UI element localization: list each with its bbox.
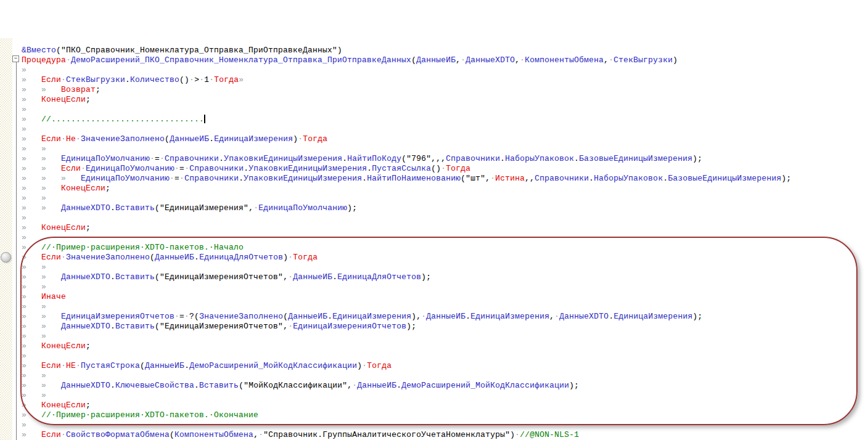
collapse-toggle-icon[interactable]: − [12, 55, 19, 62]
code-token: ДанныеИБ [416, 55, 456, 65]
breakpoint-margin[interactable] [0, 38, 12, 440]
code-line[interactable]: » [22, 65, 791, 75]
code-line[interactable]: » » » ЕдиницаПоУмолчанию·=·Справочники.У… [22, 174, 791, 184]
code-token: ЕдиницаДляОтчетов [337, 272, 421, 282]
code-line[interactable]: » » ДанныеXDTO.Вставить("ЕдиницаИзмерени… [22, 322, 791, 332]
code-line[interactable]: » » [22, 194, 791, 203]
code-line[interactable]: » » [22, 144, 791, 154]
code-token: » [22, 184, 41, 193]
code-token: » [41, 154, 61, 163]
code-token: » [41, 302, 46, 311]
code-token: » [22, 164, 41, 173]
code-line[interactable]: » [22, 105, 791, 115]
code-line[interactable]: » //............................... [22, 115, 791, 124]
code-area[interactable]: &Вместо("ПКО_Справочник_Номенклатура_Отп… [22, 46, 791, 440]
code-line[interactable]: » Если·НЕ·ПустаяСтрока(ДанныеИБ.ДемоРасш… [22, 361, 791, 371]
code-line[interactable]: » » ЕдиницаИзмеренияОтчетов·=·?(Значение… [22, 312, 791, 322]
code-line[interactable]: » Если·ЗначениеЗаполнено(ДанныеИБ.Единиц… [22, 253, 791, 263]
code-token: · [209, 75, 214, 84]
code-token: "796" [406, 154, 431, 163]
code-line[interactable]: » » ДанныеXDTO.Вставить("ЕдиницаИзмерени… [22, 203, 791, 213]
code-token: Истина [495, 174, 525, 183]
code-token: » [22, 75, 41, 84]
code-line[interactable]: » » ЕдиницаПоУмолчанию·=·Справочники.Упа… [22, 154, 791, 164]
code-token: · [288, 322, 293, 331]
code-token: ( [239, 381, 244, 390]
code-line[interactable]: » » [22, 391, 791, 401]
code-token: ) [283, 253, 288, 262]
code-line[interactable]: » » [22, 263, 791, 272]
code-line[interactable]: » » [22, 282, 791, 292]
code-token: . [110, 272, 115, 282]
code-token: НЕ [66, 361, 76, 370]
code-token: БазовыеЕдиницыИзмерения [668, 174, 781, 183]
code-token: » [22, 65, 27, 75]
code-token: , [347, 381, 352, 390]
code-token: "ЕдиницаИзмеренияОтчетов" [160, 322, 283, 331]
code-token: ДанныеИБ [426, 312, 465, 321]
code-token: » [22, 272, 41, 282]
code-line[interactable]: » //·Пример·расширения·XDTO-пакетов.·Нач… [22, 243, 791, 253]
code-token: ЕдиницаИзмерения [613, 312, 692, 321]
code-token: ЕдиницаДляОтчетов [199, 253, 283, 262]
code-token: » [22, 322, 41, 331]
code-line[interactable]: » КонецЕсли; [22, 95, 791, 105]
code-token: » [22, 134, 41, 144]
code-line[interactable]: » Если·СтекВыгрузки.Количество()·>·1·Тог… [22, 75, 791, 85]
code-line[interactable]: » [22, 124, 791, 134]
code-token: . [110, 322, 115, 331]
code-line[interactable]: Процедура·ДемоРасширений_ПКО_Справочник_… [22, 55, 791, 65]
code-token: » [22, 124, 27, 134]
code-token: » [22, 401, 41, 410]
code-token: » [22, 144, 41, 153]
code-line[interactable]: » Если·СвойствоФорматаОбмена(КомпонентыО… [22, 430, 791, 440]
code-token: · [66, 55, 71, 65]
code-line[interactable]: » » ДанныеXDTO.КлючевыеСвойства.Вставить… [22, 381, 791, 391]
code-token: . [110, 203, 115, 213]
code-line[interactable]: » //·Пример·расширения·XDTO-пакетов.·Око… [22, 410, 791, 420]
code-line[interactable]: » Если·Не·ЗначениеЗаполнено(ДанныеИБ.Еди… [22, 134, 791, 144]
code-line[interactable]: » » КонецЕсли; [22, 184, 791, 194]
code-line[interactable]: » [22, 420, 791, 430]
code-line[interactable]: » [22, 351, 791, 361]
code-token: "ЕдиницаИзмерения" [160, 203, 248, 213]
code-token: · [288, 253, 293, 262]
code-line[interactable]: » [22, 213, 791, 223]
code-token: ) [337, 46, 342, 55]
code-token: Процедура [22, 55, 66, 65]
code-token: = [179, 164, 184, 173]
code-token: ЗначениеЗаполнено [81, 134, 165, 144]
code-line[interactable]: &Вместо("ПКО_Справочник_Номенклатура_Отп… [22, 46, 791, 55]
code-token: , [253, 430, 258, 439]
code-token: · [352, 381, 357, 390]
code-token: » [22, 243, 41, 252]
code-token: , [248, 203, 253, 213]
code-token: , [283, 272, 288, 282]
code-line[interactable]: » КонецЕсли; [22, 223, 791, 233]
code-token: » [22, 361, 41, 370]
code-line[interactable]: » » Возврат; [22, 85, 791, 95]
code-token: Тогда [303, 134, 327, 144]
code-line[interactable]: » КонецЕсли; [22, 401, 791, 410]
code-token: КонецЕсли [61, 184, 105, 193]
code-line[interactable]: » » ДанныеXDTO.Вставить("ЕдиницаИзмерени… [22, 272, 791, 282]
code-token: Справочники [184, 174, 239, 183]
code-line[interactable]: » » [22, 371, 791, 381]
code-token: Тогда [293, 253, 317, 262]
code-token: ДанныеИБ [293, 272, 332, 282]
code-token: , [283, 322, 288, 331]
code-token: · [81, 164, 86, 173]
code-token: · [253, 203, 258, 213]
code-line[interactable]: » » Если·ЕдиницаПоУмолчанию·=·Справочник… [22, 164, 791, 174]
code-token: "ПКО_Справочник_Номенклатура_Отправка_Пр… [61, 46, 337, 55]
code-line[interactable]: » Иначе [22, 292, 791, 302]
code-editor: − &Вместо("ПКО_Справочник_Номенклатура_О… [0, 0, 868, 440]
code-token: · [61, 430, 66, 439]
code-token: ДанныеXDTO [61, 203, 110, 213]
code-token: · [288, 272, 293, 282]
code-line[interactable]: » [22, 233, 791, 243]
code-line[interactable]: » КонецЕсли; [22, 341, 791, 351]
code-token: ЕдиницаПоУмолчанию [258, 203, 347, 213]
code-line[interactable]: » » [22, 332, 791, 341]
code-line[interactable]: » » [22, 302, 791, 312]
